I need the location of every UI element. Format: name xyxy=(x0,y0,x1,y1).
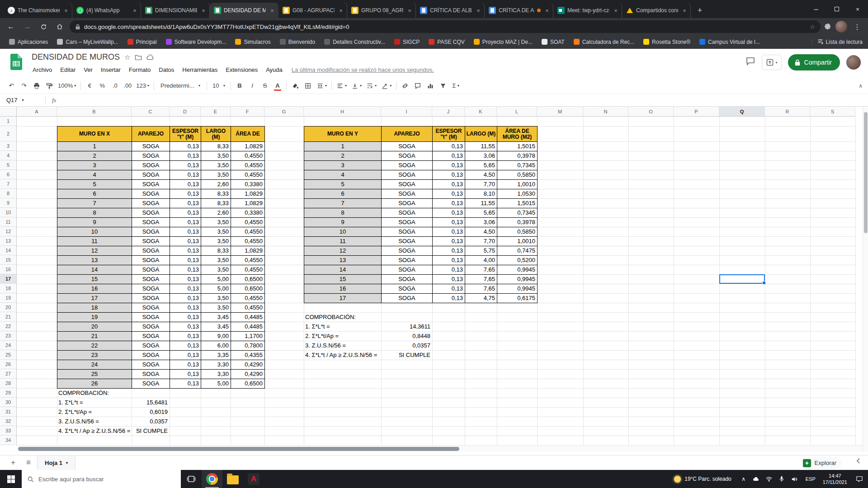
file-explorer-taskbar-icon[interactable] xyxy=(222,470,243,488)
table-cell[interactable]: 3,30 xyxy=(201,360,231,370)
table-cell[interactable]: 0,13 xyxy=(433,218,465,227)
table-cell[interactable]: 0,13 xyxy=(170,313,201,322)
table-cell[interactable]: SOGA xyxy=(382,170,433,180)
table-cell[interactable]: SOGA xyxy=(382,180,433,189)
table-cell[interactable]: 15 xyxy=(304,275,382,284)
table-cell[interactable]: 23 xyxy=(57,351,132,360)
table-cell[interactable]: 10 xyxy=(304,227,382,237)
table-cell[interactable]: 0,13 xyxy=(170,170,201,180)
filter-button[interactable] xyxy=(437,80,449,92)
redo-button[interactable]: ↷ xyxy=(18,80,30,92)
table-cell[interactable]: 0,4550 xyxy=(231,265,265,275)
row-header-27[interactable]: 27 xyxy=(0,369,17,379)
sheet-tab-hoja1[interactable]: Hoja 1 ▾ xyxy=(37,455,75,470)
table-cell[interactable]: 0,13 xyxy=(170,370,201,379)
table-cell[interactable]: 0,4550 xyxy=(231,227,265,237)
comprobacion-label[interactable]: 3. Z.U.S.N/56 = xyxy=(305,341,346,350)
sheets-logo-icon[interactable] xyxy=(10,53,23,72)
table-cell[interactable]: 0,13 xyxy=(170,189,201,199)
name-box-arrow-icon[interactable]: ▾ xyxy=(22,98,24,102)
browser-tab[interactable]: G08 - AGRUPACIO× xyxy=(278,3,347,18)
menu-archivo[interactable]: Archivo xyxy=(29,65,56,75)
row-header-25[interactable]: 25 xyxy=(0,350,17,360)
table-cell[interactable]: 5 xyxy=(304,180,382,189)
table-cell[interactable]: 0,13 xyxy=(170,360,201,370)
zoom-select[interactable]: 100%▾ xyxy=(56,80,78,92)
table-cell[interactable]: 7,65 xyxy=(465,284,497,294)
table-cell[interactable]: 1 xyxy=(304,142,382,151)
table-cell[interactable]: 0,13 xyxy=(433,246,465,256)
table-cell[interactable]: 0,7345 xyxy=(497,161,538,170)
table-cell[interactable]: SOGA xyxy=(382,161,433,170)
table-cell[interactable]: 3,50 xyxy=(201,218,231,227)
comprobacion-value[interactable]: 15,6481 xyxy=(132,398,170,407)
vertical-scrollbar-thumb[interactable] xyxy=(864,112,868,233)
browser-tab[interactable]: Meet: twp-ydrt-czc× xyxy=(553,3,622,18)
browser-tab[interactable]: CRÍTICA DE AL× xyxy=(485,3,553,18)
table-cell[interactable]: SOGA xyxy=(382,142,433,151)
table-cell[interactable]: 25 xyxy=(57,370,132,379)
table-cell[interactable]: 0,3978 xyxy=(497,218,538,227)
table-cell[interactable]: 0,13 xyxy=(170,322,201,332)
table-cell[interactable]: 11,55 xyxy=(465,199,497,208)
table-cell[interactable]: 0,13 xyxy=(170,275,201,284)
table-cell[interactable]: 0,5850 xyxy=(497,227,538,237)
table-cell[interactable]: 17 xyxy=(304,294,382,303)
browser-tab[interactable]: DENSIDAD DE MU× xyxy=(210,3,278,18)
table-cell[interactable]: 0,13 xyxy=(170,341,201,351)
table-cell[interactable]: 12 xyxy=(57,246,132,256)
forward-button[interactable]: → xyxy=(21,20,33,33)
insert-comment-button[interactable] xyxy=(412,80,424,92)
table-cell[interactable]: 5,65 xyxy=(465,161,497,170)
spreadsheet-grid[interactable]: MURO EN XAPAREJOESPESOR "t" (M)LARGO (M)… xyxy=(0,107,868,455)
table-cell[interactable]: 3,30 xyxy=(201,370,231,379)
browser-tab[interactable]: Compartidos conm× xyxy=(622,3,691,18)
minimize-button[interactable]: ─ xyxy=(806,0,826,18)
table-cell[interactable]: 0,4550 xyxy=(231,170,265,180)
table-cell[interactable]: 7,65 xyxy=(465,265,497,275)
tab-close-icon[interactable]: × xyxy=(681,7,688,14)
font-size-select[interactable]: 10▾ xyxy=(210,80,228,92)
column-header-S[interactable]: S xyxy=(810,107,855,117)
comprobacion-value[interactable]: SI CUMPLE xyxy=(381,350,432,360)
table-cell[interactable]: 0,13 xyxy=(170,351,201,360)
vertical-scrollbar[interactable] xyxy=(863,107,868,452)
document-title[interactable]: DENSIDAD DE MUROS xyxy=(32,52,120,62)
wifi-icon[interactable] xyxy=(763,470,775,488)
table-cell[interactable]: SOGA xyxy=(132,303,170,313)
table-cell[interactable]: 1,0010 xyxy=(497,237,538,246)
site-info-icon[interactable] xyxy=(75,24,80,30)
header-cell[interactable]: APAREJO xyxy=(132,127,170,142)
url-text[interactable]: docs.google.com/spreadsheets/d/1Apw6uDx0… xyxy=(84,23,806,30)
row-header-4[interactable]: 4 xyxy=(0,151,17,160)
chrome-taskbar-icon[interactable] xyxy=(202,470,222,488)
table-cell[interactable]: 16 xyxy=(304,284,382,294)
bookmark-item[interactable]: Simulacros xyxy=(231,38,274,47)
table-cell[interactable]: 7,70 xyxy=(465,180,497,189)
table-cell[interactable]: 0,5850 xyxy=(497,170,538,180)
menu-ayuda[interactable]: Ayuda xyxy=(262,65,286,75)
row-header-14[interactable]: 14 xyxy=(0,246,17,255)
table-cell[interactable]: 5,00 xyxy=(201,284,231,294)
row-header-13[interactable]: 13 xyxy=(0,236,17,246)
table-cell[interactable]: 0,13 xyxy=(433,284,465,294)
explore-button[interactable]: Explorar xyxy=(800,457,842,469)
tab-close-icon[interactable]: × xyxy=(131,7,138,14)
bookmark-item[interactable]: Detalles Constructiv... xyxy=(321,38,389,47)
table-cell[interactable]: 7 xyxy=(57,199,132,208)
table-cell[interactable]: SOGA xyxy=(132,180,170,189)
weather-widget[interactable]: 19°C Parc. soleado xyxy=(670,476,736,483)
table-cell[interactable]: 0,13 xyxy=(170,256,201,265)
table-cell[interactable]: 5,65 xyxy=(465,208,497,218)
share-button[interactable]: Compartir xyxy=(788,54,840,70)
merge-cells-button[interactable]: ▾ xyxy=(315,80,329,92)
table-cell[interactable]: 0,13 xyxy=(170,379,201,389)
row-header-21[interactable]: 21 xyxy=(0,312,17,322)
column-header-Q[interactable]: Q xyxy=(719,107,765,117)
table-cell[interactable]: SOGA xyxy=(382,151,433,161)
table-cell[interactable]: 0,13 xyxy=(433,189,465,199)
table-cell[interactable]: 0,4485 xyxy=(231,322,265,332)
table-cell[interactable]: 8,33 xyxy=(201,142,231,151)
table-cell[interactable]: SOGA xyxy=(382,265,433,275)
comprobacion-label[interactable]: 1. Σ*L*t = xyxy=(305,322,330,331)
